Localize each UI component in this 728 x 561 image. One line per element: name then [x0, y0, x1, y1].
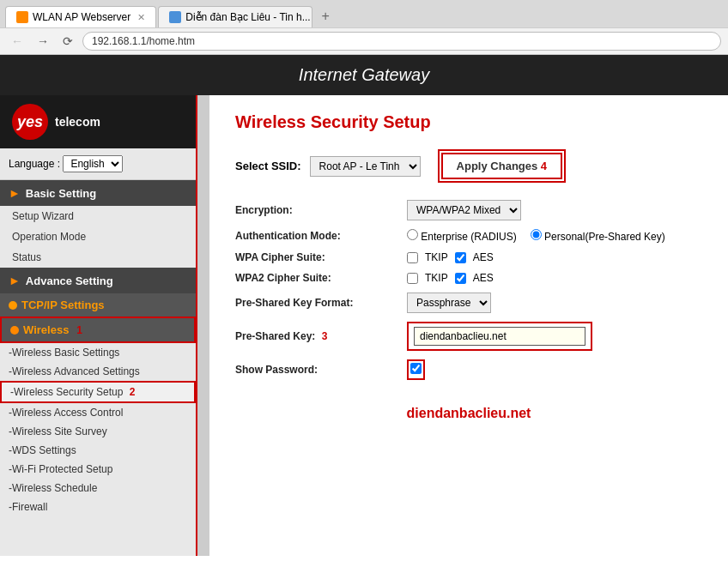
- sidebar-scrollbar[interactable]: [197, 95, 209, 556]
- sidebar-wds[interactable]: -WDS Settings: [0, 441, 196, 460]
- tcp-ip-label: TCP/IP Settings: [21, 299, 105, 311]
- psk-key-row: Pre-Shared Key: 3: [235, 322, 702, 351]
- sidebar-firewall[interactable]: -Firewall: [0, 498, 196, 516]
- address-bar: ← → ⟳: [0, 27, 728, 54]
- auth-radio-group: Enterprise (RADIUS) Personal(Pre-Shared …: [407, 229, 665, 243]
- psk-format-select[interactable]: Passphrase: [407, 293, 491, 313]
- header-title: Internet Gateway: [299, 65, 429, 84]
- psk-format-label: Pre-Shared Key Format:: [235, 297, 407, 309]
- wireless-security-label: -Wireless Security Setup: [10, 386, 123, 398]
- apply-button[interactable]: Apply Changes 4: [441, 153, 562, 179]
- language-bar: Language : English: [0, 148, 196, 180]
- page: Internet Gateway yes telecom Language : …: [0, 55, 728, 556]
- advance-setting-header: ► Advance Setting: [0, 268, 196, 293]
- wireless-dot: [10, 326, 19, 335]
- wpa-aes-checkbox[interactable]: [455, 252, 466, 263]
- wpa-tkip-label: TKIP: [425, 251, 448, 263]
- tab-label-ddb: Diễn đàn Bạc Liêu - Tin h...: [185, 11, 310, 23]
- tab-wlan[interactable]: WLAN AP Webserver ✕: [5, 6, 156, 27]
- ssid-row: Select SSID: Root AP - Le Tinh Apply Cha…: [235, 149, 702, 183]
- tab-favicon-ddb: [169, 11, 181, 23]
- sidebar-wifi-protected[interactable]: -Wi-Fi Protected Setup: [0, 460, 196, 479]
- tab-close-wlan[interactable]: ✕: [137, 12, 145, 23]
- wpa2-aes-checkbox[interactable]: [455, 273, 466, 284]
- wireless-badge: 1: [76, 324, 82, 336]
- auth-personal-radio[interactable]: [531, 229, 542, 240]
- wpa2-tkip-label: TKIP: [425, 272, 448, 284]
- wpa2-cipher-label: WPA2 Cipher Suite:: [235, 272, 407, 284]
- wireless-header: Wireless 1: [0, 317, 196, 343]
- logo-area: yes telecom: [0, 95, 196, 148]
- content: yes telecom Language : English ► Basic S…: [0, 95, 728, 556]
- sidebar-wireless-advanced[interactable]: -Wireless Advanced Settings: [0, 362, 196, 381]
- sidebar-wireless-schedule[interactable]: -Wireless Schedule: [0, 479, 196, 498]
- new-tab-button[interactable]: +: [314, 5, 337, 27]
- sidebar-wireless-access[interactable]: -Wireless Access Control: [0, 403, 196, 422]
- logo-text: yes: [17, 113, 43, 131]
- sidebar-item-setup-wizard[interactable]: Setup Wizard: [0, 206, 196, 226]
- main-content: Wireless Security Setup Select SSID: Roo…: [209, 95, 728, 556]
- wpa2-tkip-checkbox[interactable]: [407, 273, 418, 284]
- encryption-select[interactable]: WPA/WPA2 Mixed: [407, 200, 521, 220]
- sidebar-item-status[interactable]: Status: [0, 247, 196, 268]
- tcp-ip-dot: [9, 301, 17, 310]
- wpa2-cipher-group: TKIP AES: [407, 272, 494, 284]
- wpa2-cipher-row: WPA2 Cipher Suite: TKIP AES: [235, 272, 702, 284]
- reload-button[interactable]: ⟳: [58, 33, 77, 50]
- wpa-cipher-row: WPA Cipher Suite: TKIP AES: [235, 251, 702, 263]
- show-password-checkbox[interactable]: [410, 363, 422, 374]
- auth-enterprise-radio[interactable]: [407, 229, 418, 240]
- apply-badge: 4: [541, 160, 547, 172]
- encryption-row: Encryption: WPA/WPA2 Mixed: [235, 200, 702, 220]
- wireless-label: Wireless: [23, 323, 69, 336]
- auth-row: Authentication Mode: Enterprise (RADIUS)…: [235, 229, 702, 243]
- tab-label-wlan: WLAN AP Webserver: [33, 11, 130, 23]
- auth-enterprise-label[interactable]: Enterprise (RADIUS): [407, 229, 517, 243]
- wpa-cipher-label: WPA Cipher Suite:: [235, 251, 407, 263]
- forward-button[interactable]: →: [33, 33, 53, 50]
- language-select[interactable]: English: [63, 155, 123, 172]
- tab-bar: WLAN AP Webserver ✕ Diễn đàn Bạc Liêu - …: [0, 0, 728, 27]
- url-input[interactable]: [82, 32, 721, 51]
- encryption-label: Encryption:: [235, 204, 407, 216]
- apply-btn-wrapper: Apply Changes 4: [438, 149, 566, 183]
- auth-label: Authentication Mode:: [235, 230, 407, 242]
- show-password-wrapper: [407, 359, 425, 380]
- back-button[interactable]: ←: [7, 33, 27, 50]
- page-title: Wireless Security Setup: [235, 112, 702, 132]
- auth-personal-text: Personal(Pre-Shared Key): [544, 231, 665, 243]
- wpa-cipher-group: TKIP AES: [407, 251, 494, 263]
- sidebar: yes telecom Language : English ► Basic S…: [0, 95, 197, 556]
- psk-format-row: Pre-Shared Key Format: Passphrase: [235, 293, 702, 313]
- ssid-select[interactable]: Root AP - Le Tinh: [310, 156, 421, 177]
- logo-icon: yes: [12, 104, 48, 140]
- sidebar-item-operation-mode[interactable]: Operation Mode: [0, 226, 196, 247]
- basic-setting-header: ► Basic Setting: [0, 180, 196, 206]
- psk-input-wrapper: [407, 322, 592, 351]
- auth-personal-label[interactable]: Personal(Pre-Shared Key): [531, 229, 665, 243]
- wpa2-aes-label: AES: [473, 272, 494, 284]
- wpa-aes-label: AES: [473, 251, 494, 263]
- psk-key-input[interactable]: [414, 327, 585, 346]
- wpa-tkip-checkbox[interactable]: [407, 252, 418, 263]
- basic-setting-arrow: ►: [9, 186, 21, 200]
- show-password-label: Show Password:: [235, 364, 407, 376]
- wireless-security-badge: 2: [130, 386, 136, 398]
- sidebar-wireless-security[interactable]: -Wireless Security Setup 2: [0, 381, 196, 403]
- sidebar-wireless-site[interactable]: -Wireless Site Survey: [0, 422, 196, 441]
- logo-subtitle: telecom: [55, 115, 100, 129]
- tab-favicon-wlan: [16, 11, 28, 23]
- advance-setting-label: Advance Setting: [26, 274, 113, 287]
- psk-key-label: Pre-Shared Key: 3: [235, 330, 407, 342]
- sidebar-wireless-basic[interactable]: -Wireless Basic Settings: [0, 343, 196, 362]
- watermark: diendanbaclieu.net: [235, 406, 702, 421]
- browser-chrome: WLAN AP Webserver ✕ Diễn đàn Bạc Liêu - …: [0, 0, 728, 55]
- auth-enterprise-text: Enterprise (RADIUS): [421, 231, 516, 243]
- tab-diendanbaclieu[interactable]: Diễn đàn Bạc Liêu - Tin h... ✕: [158, 6, 312, 27]
- apply-label: Apply Changes: [457, 160, 538, 172]
- language-label: Language :: [9, 158, 60, 170]
- show-password-row: Show Password:: [235, 359, 702, 380]
- ssid-label: Select SSID:: [235, 160, 301, 172]
- tcp-ip-header: TCP/IP Settings: [0, 293, 196, 317]
- header-bar: Internet Gateway: [0, 55, 728, 95]
